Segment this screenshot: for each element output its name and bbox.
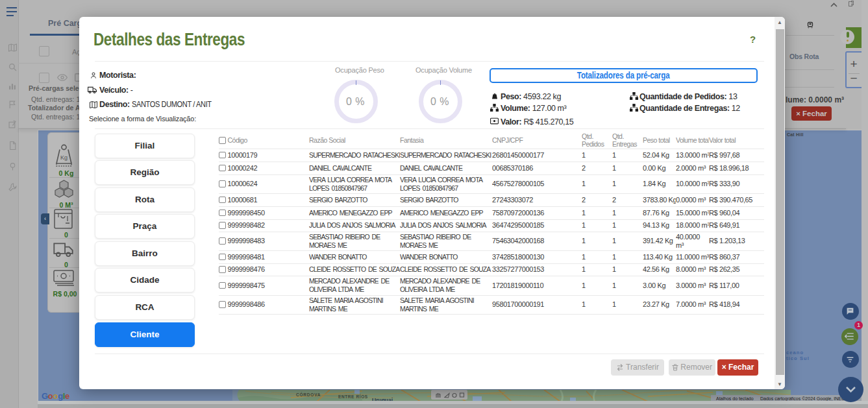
- svg-text:Kg: Kg: [60, 154, 68, 161]
